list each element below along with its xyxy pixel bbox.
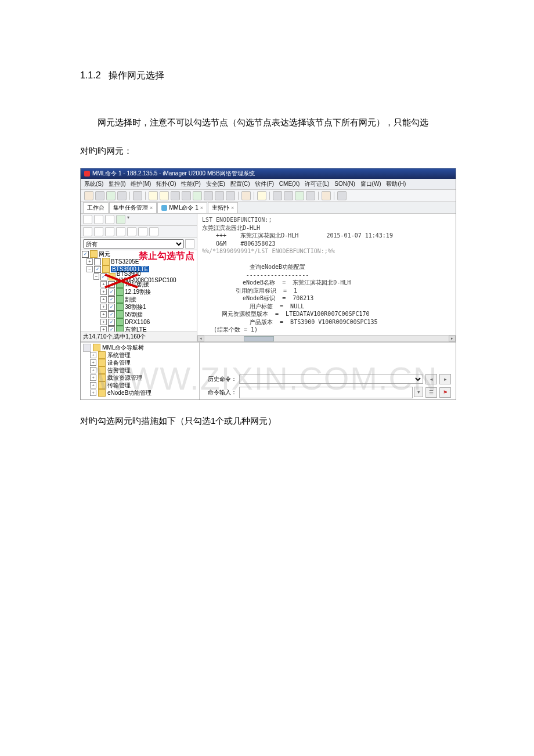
menu-license[interactable]: 许可证(L) bbox=[305, 181, 329, 187]
mini-icon[interactable] bbox=[138, 227, 147, 236]
window-title: MML命令 1 - 188.2.135.5 - iManager U2000 M… bbox=[92, 170, 255, 178]
execute-button[interactable]: ⚑ bbox=[439, 387, 451, 398]
ne-icon bbox=[116, 296, 124, 303]
toolbar-icon[interactable] bbox=[284, 191, 293, 200]
paragraph-2: 对旳勾选网元旳措施如下（只勾选1个或几种网元） bbox=[80, 409, 454, 432]
title-bar: MML命令 1 - 188.2.135.5 - iManager U2000 M… bbox=[81, 168, 456, 179]
toolbar-icon[interactable] bbox=[133, 191, 142, 200]
screenshot-window: MML命令 1 - 188.2.135.5 - iManager U2000 M… bbox=[80, 168, 456, 400]
filter-select[interactable]: 所有 bbox=[83, 239, 184, 249]
toolbar-icon[interactable] bbox=[337, 191, 347, 200]
folder-icon bbox=[98, 351, 106, 359]
tab-task[interactable]: 集中任务管理× bbox=[109, 202, 157, 213]
toolbar-icon[interactable] bbox=[160, 191, 169, 200]
folder-icon bbox=[109, 273, 116, 280]
paragraph-1: 网元选择时，注意不可以勾选节点（勾选节点表达选择该节点下所有网元），只能勾选 bbox=[80, 111, 454, 134]
toolbar-icon[interactable] bbox=[273, 191, 282, 200]
toolbar-icon[interactable] bbox=[257, 191, 266, 200]
tree-status: 共14,710个,选中1,160个 bbox=[81, 332, 197, 341]
toolbar-icon[interactable] bbox=[149, 191, 158, 200]
left-pane: ▾ 所有 禁止勾选节点！！ ✓网元 +BTS3205E −✓BTS3900 LT… bbox=[81, 214, 197, 341]
mini-icon[interactable] bbox=[116, 227, 125, 236]
search-icon[interactable] bbox=[185, 239, 194, 249]
history-label: 历史命令： bbox=[204, 375, 237, 383]
menu-son[interactable]: SON(N) bbox=[334, 181, 355, 187]
assist-button[interactable]: ☰ bbox=[425, 387, 437, 398]
mini-icon[interactable] bbox=[127, 227, 136, 236]
prev-button[interactable]: ◂ bbox=[425, 374, 437, 384]
app-icon bbox=[84, 171, 90, 177]
ne-icon bbox=[116, 318, 124, 326]
nav-tree[interactable]: MML命令导航树 +系统管理 +设备管理 +告警管理 +载波资源管理 +传输管理… bbox=[81, 343, 200, 399]
ne-icon bbox=[116, 288, 124, 296]
menu-monitor[interactable]: 监控(I) bbox=[109, 181, 125, 187]
mini-icon[interactable] bbox=[149, 227, 158, 236]
menu-security[interactable]: 安全(E) bbox=[206, 181, 225, 187]
mini-icon[interactable] bbox=[116, 215, 125, 224]
cmd-input[interactable] bbox=[239, 387, 413, 398]
folder-icon bbox=[98, 374, 106, 381]
toolbar-icon[interactable] bbox=[84, 191, 93, 200]
list-icon bbox=[83, 344, 91, 352]
menu-perf[interactable]: 性能(P) bbox=[181, 181, 200, 187]
filter-row: 所有 bbox=[81, 238, 197, 250]
folder-icon bbox=[90, 250, 98, 258]
toolbar-icon[interactable] bbox=[95, 191, 104, 200]
toolbar-icon[interactable] bbox=[106, 191, 116, 200]
toolbar-icon[interactable] bbox=[204, 191, 213, 200]
h-scrollbar[interactable]: ◂▸ bbox=[197, 335, 456, 341]
cmd-label: 命令输入： bbox=[204, 388, 237, 397]
tab-mml[interactable]: MML命令 1× bbox=[157, 202, 207, 213]
toolbar-icon[interactable] bbox=[226, 191, 235, 200]
toolbar-icon[interactable] bbox=[322, 191, 331, 200]
toolbar-icon[interactable] bbox=[117, 191, 127, 200]
ne-icon bbox=[116, 311, 124, 318]
menu-help[interactable]: 帮助(H) bbox=[386, 181, 406, 187]
mini-icon[interactable] bbox=[83, 227, 92, 236]
tab-bar: 工作台 集中任务管理× MML命令 1× 主拓扑× bbox=[81, 202, 456, 214]
toolbar-icon[interactable] bbox=[306, 191, 315, 200]
ne-icon bbox=[116, 280, 124, 288]
right-pane: LST ENODEBFUNCTION:; 东莞江滨花园北D-HLH +++ 东莞… bbox=[197, 214, 456, 341]
menu-cme[interactable]: CME(X) bbox=[279, 181, 300, 187]
menu-window[interactable]: 窗口(W) bbox=[360, 181, 381, 187]
toolbar-icon[interactable] bbox=[193, 191, 202, 200]
toolbar-icon[interactable] bbox=[241, 191, 251, 200]
left-toolbar-2 bbox=[81, 226, 197, 238]
output-text: LST ENODEBFUNCTION:; 东莞江滨花园北D-HLH +++ 东莞… bbox=[197, 214, 456, 335]
ne-icon bbox=[116, 303, 124, 311]
menu-config[interactable]: 配置(C) bbox=[230, 181, 250, 187]
folder-icon bbox=[98, 359, 106, 366]
folder-icon bbox=[102, 265, 110, 273]
menu-software[interactable]: 软件(F) bbox=[255, 181, 274, 187]
folder-icon bbox=[102, 258, 110, 265]
mini-icon[interactable] bbox=[94, 227, 103, 236]
menu-maintain[interactable]: 维护(M) bbox=[131, 181, 151, 187]
toolbar-icon[interactable] bbox=[295, 191, 304, 200]
menu-topo[interactable]: 拓扑(O) bbox=[156, 181, 176, 187]
menu-bar[interactable]: 系统(S) 监控(I) 维护(M) 拓扑(O) 性能(P) 安全(E) 配置(C… bbox=[81, 179, 456, 190]
cmd-dropdown-button[interactable]: ▾ bbox=[414, 387, 423, 397]
toolbar-icon[interactable] bbox=[182, 191, 191, 200]
next-button[interactable]: ▸ bbox=[439, 374, 451, 384]
ne-tree[interactable]: 禁止勾选节点！！ ✓网元 +BTS3205E −✓BTS3900 LTE −✓B… bbox=[81, 250, 197, 332]
tab-workbench[interactable]: 工作台 bbox=[83, 202, 109, 213]
folder-icon bbox=[93, 344, 100, 351]
tab-icon bbox=[161, 205, 167, 211]
mini-icon[interactable] bbox=[105, 227, 114, 236]
paragraph-1b: 对旳旳网元： bbox=[80, 139, 454, 162]
history-select[interactable] bbox=[239, 375, 423, 384]
toolbar-icon[interactable] bbox=[215, 191, 224, 200]
ne-icon bbox=[116, 326, 124, 332]
main-toolbar bbox=[81, 190, 456, 202]
folder-icon bbox=[98, 381, 106, 389]
section-heading: 1.1.2 操作网元选择 bbox=[80, 70, 454, 82]
command-area: 历史命令： ◂ ▸ 命令输入： ▾ ☰ ⚑ bbox=[200, 343, 456, 399]
mini-icon[interactable] bbox=[105, 215, 114, 224]
toolbar-icon[interactable] bbox=[171, 191, 180, 200]
mini-icon[interactable] bbox=[94, 215, 103, 224]
window-body: ▾ 所有 禁止勾选节点！！ ✓网元 +BTS3205E −✓BTS3900 LT… bbox=[81, 214, 456, 341]
menu-system[interactable]: 系统(S) bbox=[84, 181, 103, 187]
mini-icon[interactable] bbox=[83, 215, 92, 224]
tab-topo[interactable]: 主拓扑× bbox=[208, 202, 238, 213]
